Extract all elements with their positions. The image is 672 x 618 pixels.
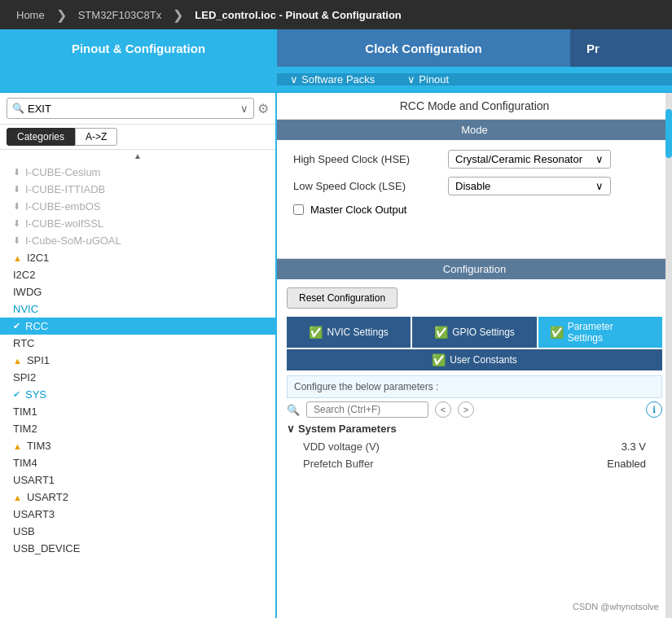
list-item[interactable]: ⬇ I-CUBE-embOS bbox=[0, 198, 275, 215]
download-icon: ⬇ bbox=[13, 201, 20, 212]
search-box[interactable]: 🔍 ∨ bbox=[7, 98, 254, 119]
list-item[interactable]: ⬇ I-CUBE-Cesium bbox=[0, 164, 275, 181]
next-button[interactable]: > bbox=[458, 401, 474, 418]
warning-icon: ▲ bbox=[13, 356, 22, 366]
spacer bbox=[293, 216, 656, 248]
vdd-key: VDD voltage (V) bbox=[303, 440, 621, 453]
list-item-usart3[interactable]: USART3 bbox=[0, 506, 275, 523]
tab-nvic-settings[interactable]: ✅ NVIC Settings bbox=[287, 317, 411, 348]
sub-nav-software-packs[interactable]: ∨ Software Packs bbox=[290, 73, 375, 85]
list-item-rcc[interactable]: ✔ RCC bbox=[0, 318, 275, 335]
list-item-usart2[interactable]: ▲ USART2 bbox=[0, 489, 275, 506]
check-icon: ✔ bbox=[13, 389, 20, 400]
search-dropdown-arrow[interactable]: ∨ bbox=[240, 103, 248, 115]
prefetch-value: Enabled bbox=[607, 458, 646, 470]
hse-row: High Speed Clock (HSE) Crystal/Ceramic R… bbox=[293, 150, 656, 169]
master-clock-label: Master Clock Output bbox=[310, 204, 407, 216]
tab-pinout-config[interactable]: Pinout & Configuration bbox=[0, 29, 277, 67]
list-item-iwdg[interactable]: IWDG bbox=[0, 283, 275, 300]
nav-current[interactable]: LED_control.ioc - Pinout & Configuration bbox=[185, 0, 411, 29]
sidebar-list: ⬇ I-CUBE-Cesium ⬇ I-CUBE-ITTIADB ⬇ I-CUB… bbox=[0, 162, 275, 618]
tab-atoz[interactable]: A->Z bbox=[75, 128, 117, 146]
list-item-tim4[interactable]: TIM4 bbox=[0, 454, 275, 471]
list-item-spi1[interactable]: ▲ SPI1 bbox=[0, 352, 275, 369]
list-item[interactable]: ⬇ I-CUBE-wolfSSL bbox=[0, 215, 275, 232]
master-clock-row: Master Clock Output bbox=[293, 204, 656, 216]
tab-categories[interactable]: Categories bbox=[7, 128, 75, 146]
list-item-tim1[interactable]: TIM1 bbox=[0, 403, 275, 420]
reset-config-button[interactable]: Reset Configuration bbox=[287, 287, 397, 309]
list-item-nvic[interactable]: NVIC bbox=[0, 300, 275, 318]
list-item-usart1[interactable]: USART1 bbox=[0, 471, 275, 489]
params-row-prefetch: Prefetch Buffer Enabled bbox=[287, 455, 662, 472]
list-item-spi2[interactable]: SPI2 bbox=[0, 369, 275, 386]
config-section: Configuration Reset Configuration ✅ NVIC… bbox=[277, 259, 672, 618]
main-tab-bar: Pinout & Configuration Clock Configurati… bbox=[0, 29, 672, 67]
list-item-i2c2[interactable]: I2C2 bbox=[0, 266, 275, 283]
list-item-rtc[interactable]: RTC bbox=[0, 335, 275, 352]
nav-home[interactable]: Home bbox=[7, 0, 55, 29]
config-header: Configuration bbox=[277, 259, 672, 279]
list-item-tim3[interactable]: ▲ TIM3 bbox=[0, 437, 275, 454]
params-search-row: 🔍 < > ℹ bbox=[287, 401, 662, 418]
warning-icon: ▲ bbox=[13, 253, 22, 263]
prefetch-key: Prefetch Buffer bbox=[303, 458, 607, 470]
nav-chevron-1: ❯ bbox=[56, 7, 67, 23]
tab-clock-config[interactable]: Clock Configuration bbox=[277, 29, 570, 67]
sidebar: 🔍 ∨ ⚙ Categories A->Z ▲ ⬇ I-CUBE-Cesium … bbox=[0, 93, 277, 618]
gear-icon[interactable]: ⚙ bbox=[257, 101, 269, 116]
sub-navigation: ∨ Software Packs ∨ Pinout bbox=[0, 67, 672, 93]
master-clock-checkbox[interactable] bbox=[293, 204, 304, 215]
warning-icon: ▲ bbox=[13, 441, 22, 451]
vdd-value: 3.3 V bbox=[621, 440, 646, 453]
params-configure-label: Configure the below parameters : bbox=[294, 381, 438, 392]
sidebar-search-area: 🔍 ∨ ⚙ bbox=[0, 93, 275, 125]
params-search-input[interactable] bbox=[306, 401, 428, 418]
params-row-vdd: VDD voltage (V) 3.3 V bbox=[287, 438, 662, 455]
search-icon: 🔍 bbox=[287, 404, 300, 416]
nav-chevron-2: ❯ bbox=[173, 7, 183, 23]
scrollbar-thumb bbox=[665, 109, 672, 158]
info-button[interactable]: ℹ bbox=[646, 401, 662, 418]
check-icon: ✔ bbox=[13, 321, 20, 331]
system-params-group: ∨ System Parameters VDD voltage (V) 3.3 … bbox=[287, 423, 662, 472]
check-circle-icon: ✅ bbox=[550, 326, 564, 339]
list-item-usb[interactable]: USB bbox=[0, 523, 275, 540]
sub-nav-right: ∨ Software Packs ∨ Pinout bbox=[277, 73, 672, 85]
list-item[interactable]: ⬇ I-Cube-SoM-uGOAL bbox=[0, 232, 275, 249]
download-icon: ⬇ bbox=[13, 218, 20, 229]
chevron-down-icon: ∨ bbox=[287, 423, 295, 435]
nav-mcu[interactable]: STM32F103C8Tx bbox=[68, 0, 172, 29]
top-navigation: Home ❯ STM32F103C8Tx ❯ LED_control.ioc -… bbox=[0, 0, 672, 29]
category-tab-bar: Categories A->Z bbox=[0, 125, 275, 150]
list-item-tim2[interactable]: TIM2 bbox=[0, 420, 275, 437]
lse-row: Low Speed Clock (LSE) Disable ∨ bbox=[293, 177, 656, 195]
hse-label: High Speed Clock (HSE) bbox=[293, 153, 440, 165]
search-icon: 🔍 bbox=[12, 103, 24, 114]
prev-button[interactable]: < bbox=[435, 401, 451, 418]
mode-header: Mode bbox=[277, 120, 672, 140]
sub-nav-pinout[interactable]: ∨ Pinout bbox=[407, 73, 449, 85]
tab-gpio-settings[interactable]: ✅ GPIO Settings bbox=[412, 317, 536, 348]
config-content: Reset Configuration ✅ NVIC Settings ✅ GP… bbox=[277, 279, 672, 618]
system-params-title: ∨ System Parameters bbox=[287, 423, 662, 435]
list-item-usb-device[interactable]: USB_DEVICE bbox=[0, 540, 275, 557]
list-item-i2c1[interactable]: ▲ I2C1 bbox=[0, 249, 275, 266]
download-icon: ⬇ bbox=[13, 184, 20, 195]
right-scrollbar[interactable] bbox=[665, 93, 672, 618]
tab-parameter-settings[interactable]: ✅ Parameter Settings bbox=[538, 317, 662, 348]
search-input[interactable] bbox=[28, 103, 237, 115]
download-icon: ⬇ bbox=[13, 235, 20, 246]
lse-select[interactable]: Disable ∨ bbox=[448, 177, 611, 195]
hse-select[interactable]: Crystal/Ceramic Resonator ∨ bbox=[448, 150, 611, 169]
warning-icon: ▲ bbox=[13, 493, 22, 502]
tab-user-constants[interactable]: ✅ User Constants bbox=[287, 349, 662, 370]
tab-project-mgr[interactable]: Pr bbox=[570, 29, 672, 67]
download-icon: ⬇ bbox=[13, 167, 20, 178]
content-area: 🔍 ∨ ⚙ Categories A->Z ▲ ⬇ I-CUBE-Cesium … bbox=[0, 93, 672, 618]
chevron-down-icon-2: ∨ bbox=[407, 73, 415, 85]
chevron-down-icon: ∨ bbox=[595, 180, 604, 192]
chevron-down-icon: ∨ bbox=[595, 153, 604, 165]
list-item[interactable]: ⬇ I-CUBE-ITTIADB bbox=[0, 181, 275, 198]
list-item-sys[interactable]: ✔ SYS bbox=[0, 386, 275, 403]
